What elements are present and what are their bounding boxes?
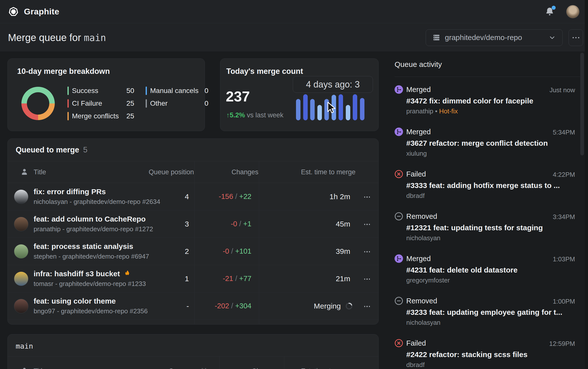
legend-value: 25 <box>126 112 134 120</box>
page-title: Merge queue for main <box>8 32 106 43</box>
merge-count-bar[interactable] <box>303 94 308 120</box>
queue-table-row[interactable]: feat: process static analysisstephen - g… <box>8 238 378 265</box>
legend-item: Other0 <box>146 99 208 108</box>
brand[interactable]: Graphite <box>8 7 59 17</box>
column-header-est-time: Est. time to merge <box>301 367 355 369</box>
queue-table-row[interactable]: fix: error diffing PRsnicholasyan - grap… <box>8 183 378 210</box>
pr-author-line: pranathip - graphitedev/demo-repo #1272 <box>34 225 153 233</box>
queue-activity-item[interactable]: Failed12:59PM#2422 refactor: stacking sc… <box>395 339 580 369</box>
queue-activity-item[interactable]: Removed3:34PM#12321 feat: updating tests… <box>395 212 580 249</box>
queue-table-row[interactable]: feat: add column to CacheRepopranathip -… <box>8 210 378 238</box>
activity-status: Failed <box>406 339 426 347</box>
column-divider <box>219 356 220 369</box>
failed-x-icon <box>395 170 403 178</box>
changes-value: -156 / +22 <box>219 192 251 201</box>
notifications-button[interactable] <box>544 6 555 17</box>
est-time-value: 21m <box>336 275 350 283</box>
queue-activity-item[interactable]: Removed1:00PM#3233 feat: updating employ… <box>395 297 580 334</box>
additions-count: +304 <box>235 302 251 310</box>
queue-position-value: 3 <box>185 220 189 228</box>
queue-count-badge: 5 <box>83 145 87 154</box>
est-time-value: Merging <box>314 302 353 310</box>
activity-pr-title: #4231 feat: delete old datastore <box>406 266 518 274</box>
legend-label: Other <box>150 99 168 107</box>
legend-color-tick <box>146 87 147 95</box>
legend-item: Merge conflicts25 <box>67 111 134 121</box>
merge-count-bar[interactable] <box>317 105 322 120</box>
git-merge-icon <box>395 128 403 136</box>
merge-count-value: 237 <box>226 88 250 105</box>
row-menu-button[interactable] <box>363 277 372 281</box>
deletions-count: -0 <box>223 247 229 255</box>
queue-position-value: - <box>186 302 189 310</box>
queue-table-row[interactable]: feat: using color themebngo97 - graphite… <box>8 292 378 320</box>
activity-pr-title: #3627 refactor: merge conflict detection <box>406 139 548 147</box>
divider <box>8 356 378 357</box>
legend-label: Manual cancels <box>150 87 199 95</box>
delta-up-arrow: ↑5.2% <box>226 111 245 119</box>
activity-status: Merged <box>406 128 431 136</box>
failed-x-icon <box>395 339 403 347</box>
merge-count-bar[interactable] <box>339 94 343 120</box>
more-options-button[interactable] <box>569 29 583 46</box>
merge-count-bar[interactable] <box>360 98 364 120</box>
pr-author-avatar <box>14 217 28 231</box>
activity-pr-title: #12321 feat: updating tests for staging <box>406 224 543 232</box>
merge-count-bar[interactable] <box>296 99 300 120</box>
legend-color-tick <box>146 99 147 108</box>
column-divider <box>284 356 284 369</box>
queue-table-row[interactable]: infra: hashdiff s3 buckettomasr - graphi… <box>8 265 378 292</box>
merge-count-bar[interactable] <box>346 105 350 120</box>
row-menu-button[interactable] <box>363 222 372 227</box>
donut-hole <box>27 92 49 115</box>
breakdown-legend: Success50CI Failure25Merge conflicts25Ma… <box>67 86 208 121</box>
author-person-icon <box>20 366 29 369</box>
delta-suffix: vs last week <box>245 111 284 119</box>
top-nav: Graphite <box>0 0 588 23</box>
deletions-count: -21 <box>223 275 233 282</box>
legend-column: Manual cancels0Other0 <box>146 86 208 121</box>
activity-author: pranathip • Hot-fix <box>406 107 458 115</box>
activity-status: Removed <box>406 297 437 305</box>
author-person-icon <box>20 167 29 177</box>
activity-timestamp: 3:34PM <box>553 213 575 221</box>
queue-activity-item[interactable]: Merged5:34PM#3627 refactor: merge confli… <box>395 128 580 165</box>
pr-author-line: stephen - graphitedev/demo-repo #6947 <box>34 253 149 260</box>
row-menu-button[interactable] <box>363 195 372 199</box>
activity-pr-title: #3233 feat: updating employee gating for… <box>406 308 562 317</box>
queue-activity-item[interactable]: Failed4:22PM#3333 feat: adding hotfix me… <box>395 170 580 207</box>
activity-timestamp: 5:34PM <box>553 129 575 136</box>
activity-author: nicholasyan <box>406 234 440 242</box>
activity-author: nicholasyan <box>406 319 440 326</box>
git-merge-icon <box>395 254 403 263</box>
graphite-merge-queue-screen: Graphite Merge queue for main <box>0 0 588 369</box>
merge-count-bar[interactable] <box>310 99 315 120</box>
legend-item: Manual cancels0 <box>146 86 208 95</box>
row-menu-button[interactable] <box>363 250 372 254</box>
graphite-logo-icon <box>8 7 18 17</box>
activity-status: Failed <box>406 170 426 178</box>
legend-value: 0 <box>204 87 208 95</box>
legend-label: Success <box>72 87 98 95</box>
branch-card-title: main <box>16 342 33 350</box>
queue-position-value: 1 <box>185 275 189 283</box>
queue-activity-item[interactable]: Merged1:03PM#4231 feat: delete old datas… <box>395 254 580 292</box>
est-time-value: 39m <box>336 247 350 256</box>
user-avatar[interactable] <box>566 5 580 18</box>
pr-author-line: bngo97 - graphitedev/demo-repo #2356 <box>34 307 148 315</box>
activity-timestamp: 1:03PM <box>553 255 575 263</box>
activity-scrollbar-thumb[interactable] <box>580 53 584 155</box>
legend-color-tick <box>67 99 69 108</box>
activity-pr-title: #2422 refactor: stacking scss files <box>406 350 528 359</box>
activity-timestamp: 12:59PM <box>549 340 575 348</box>
merging-spinner-icon <box>345 302 353 310</box>
branch-name: main <box>84 33 106 43</box>
repo-selector[interactable]: graphitedev/demo-repo <box>426 29 563 46</box>
merge-count-bar[interactable] <box>353 94 357 120</box>
column-header-title: Title <box>34 168 46 176</box>
repo-stack-icon <box>432 34 440 42</box>
queued-to-merge-card: Queued to merge 5 Title Queue position C… <box>7 138 379 324</box>
row-menu-button[interactable] <box>363 304 372 309</box>
queue-activity-item[interactable]: MergedJust now#3472 fix: dimmed color fo… <box>395 85 580 123</box>
deletions-count: -0 <box>231 220 237 228</box>
